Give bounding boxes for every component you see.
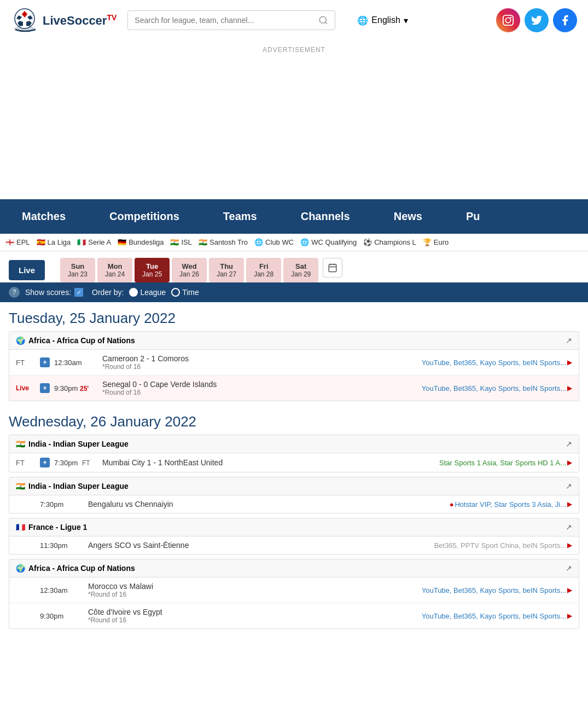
nav-matches[interactable]: Matches bbox=[0, 199, 88, 234]
league-euro[interactable]: 🏆Euro bbox=[423, 238, 449, 246]
nav-channels[interactable]: Channels bbox=[279, 199, 372, 234]
facebook-button[interactable] bbox=[553, 8, 577, 32]
channel-list[interactable]: Bet365, PPTV Sport China, beIN Sports... bbox=[434, 541, 566, 550]
instagram-button[interactable] bbox=[496, 8, 520, 32]
plus-icon[interactable]: + bbox=[40, 383, 50, 393]
ad-label: ADVERTISEMENT bbox=[263, 46, 325, 54]
league-name-ligue1: 🇫🇷 France - Ligue 1 bbox=[16, 523, 87, 532]
india-flag-2: 🇮🇳 bbox=[16, 482, 25, 490]
channel-arrow[interactable]: ▶ bbox=[567, 500, 572, 508]
channel-arrow[interactable]: ▶ bbox=[567, 384, 572, 392]
date-tabs: Sun Jan 23 Mon Jan 24 Tue Jan 25 Wed Jan… bbox=[60, 258, 342, 282]
date-tab-sat[interactable]: Sat Jan 29 bbox=[283, 258, 318, 282]
teams-score: Côte d'Ivoire vs Egypt bbox=[88, 608, 417, 616]
league-name-afcon-tue: 🌍 Africa - Africa Cup of Nations bbox=[16, 336, 135, 345]
league-epl[interactable]: 🏴󠁧󠁢󠁥󠁮󠁧󠁿EPL bbox=[5, 238, 30, 246]
league-laliga[interactable]: 🇪🇸La Liga bbox=[37, 238, 71, 246]
show-scores-checkbox[interactable]: ✓ bbox=[74, 288, 83, 297]
show-scores-area: ? Show scores: ✓ bbox=[9, 287, 83, 298]
order-time-option[interactable]: Time bbox=[171, 288, 199, 297]
match-time: 9:30pm 25' bbox=[54, 384, 98, 392]
channel-arrow[interactable]: ▶ bbox=[567, 359, 572, 366]
channels: YouTube, Bet365, Kayo Sports, beIN Sport… bbox=[422, 612, 572, 620]
nav-competitions[interactable]: Competitions bbox=[88, 199, 201, 234]
plus-icon[interactable]: + bbox=[40, 357, 50, 367]
date-heading-wed: Wednesday, 26 January 2022 bbox=[9, 406, 579, 435]
live-button[interactable]: Live bbox=[9, 260, 45, 280]
order-time-radio[interactable] bbox=[171, 288, 180, 297]
league-wcq[interactable]: 🌐WC Qualifying bbox=[300, 238, 357, 246]
external-link-afcon-wed[interactable]: ↗ bbox=[566, 564, 572, 573]
match-teams: Mumbai City 1 - 1 NorthEast United bbox=[102, 458, 435, 467]
league-bundesliga[interactable]: 🇩🇪Bundesliga bbox=[118, 238, 164, 246]
logo-text: LiveSoccerTV bbox=[43, 13, 117, 28]
round-info: *Round of 16 bbox=[102, 389, 417, 396]
league-clubwc[interactable]: 🌐Club WC bbox=[254, 238, 294, 246]
channel-arrow[interactable]: ▶ bbox=[567, 541, 572, 549]
match-teams: Senegal 0 - 0 Cape Verde Islands *Round … bbox=[102, 380, 417, 396]
svg-point-6 bbox=[510, 17, 512, 19]
plus-icon[interactable]: + bbox=[40, 458, 50, 467]
teams-score: Cameroon 2 - 1 Comoros bbox=[102, 354, 417, 363]
league-isl[interactable]: 🇮🇳ISL bbox=[170, 238, 192, 246]
channel-list[interactable]: Hotstar VIP, Star Sports 3 Asia, Ji... bbox=[455, 500, 566, 509]
nav-news[interactable]: News bbox=[372, 199, 444, 234]
svg-point-2 bbox=[320, 16, 327, 23]
channel-arrow[interactable]: ▶ bbox=[567, 612, 572, 620]
league-champions[interactable]: ⚽Champions L bbox=[363, 238, 416, 246]
channels: Star Sports 1 Asia, Star Sports HD 1 A..… bbox=[439, 459, 572, 467]
channel-arrow[interactable]: ▶ bbox=[567, 586, 572, 594]
match-time: 7:30pm FT bbox=[54, 459, 98, 467]
league-seriea[interactable]: 🇮🇹Serie A bbox=[77, 238, 111, 246]
date-tab-tue[interactable]: Tue Jan 25 bbox=[135, 258, 170, 282]
match-row: FT + 7:30pm FT Mumbai City 1 - 1 NorthEa… bbox=[9, 453, 579, 472]
logo-tv: TV bbox=[107, 13, 117, 22]
league-name-isl2: 🇮🇳 India - Indian Super League bbox=[16, 482, 129, 490]
order-by-label: Order by: bbox=[92, 288, 124, 297]
channel-list[interactable]: Star Sports 1 Asia, Star Sports HD 1 A..… bbox=[439, 459, 566, 467]
channel-arrow[interactable]: ▶ bbox=[567, 459, 572, 466]
nav-pu[interactable]: Pu bbox=[444, 199, 502, 234]
search-input[interactable] bbox=[135, 16, 318, 25]
date-tab-thu[interactable]: Thu Jan 27 bbox=[209, 258, 244, 282]
channel-list[interactable]: YouTube, Bet365, Kayo Sports, beIN Sport… bbox=[422, 586, 566, 594]
language-selector[interactable]: 🌐 English ▾ bbox=[357, 15, 407, 26]
external-link-isl2[interactable]: ↗ bbox=[566, 482, 572, 490]
external-link-isl1[interactable]: ↗ bbox=[566, 440, 572, 448]
date-tab-wed[interactable]: Wed Jan 26 bbox=[172, 258, 207, 282]
external-link-afcon-tue[interactable]: ↗ bbox=[566, 336, 572, 345]
match-status: FT bbox=[16, 459, 36, 467]
match-status-live: Live bbox=[16, 384, 36, 392]
round-info: *Round of 16 bbox=[88, 591, 417, 598]
channel-list[interactable]: YouTube, Bet365, Kayo Sports, beIN Sport… bbox=[422, 384, 566, 392]
svg-line-3 bbox=[325, 22, 327, 24]
date-tab-fri[interactable]: Fri Jan 28 bbox=[246, 258, 281, 282]
order-league-option[interactable]: League bbox=[129, 288, 166, 297]
match-time: 12:30am bbox=[40, 586, 84, 594]
nav-teams[interactable]: Teams bbox=[201, 199, 279, 234]
round-info: *Round of 16 bbox=[102, 363, 417, 371]
channel-list[interactable]: YouTube, Bet365, Kayo Sports, beIN Sport… bbox=[422, 359, 566, 367]
league-group-afcon-tue: 🌍 Africa - Africa Cup of Nations ↗ FT + … bbox=[9, 331, 579, 401]
calendar-button[interactable] bbox=[323, 258, 342, 278]
league-santosh[interactable]: 🇮🇳Santosh Tro bbox=[199, 238, 248, 246]
external-link-ligue1[interactable]: ↗ bbox=[566, 523, 572, 532]
order-league-radio[interactable] bbox=[129, 288, 138, 297]
match-row: 7:30pm Bengaluru vs Chennaiyin ● Hotstar… bbox=[9, 495, 579, 513]
teams-score: Angers SCO vs Saint-Étienne bbox=[88, 541, 430, 550]
date-tab-sun[interactable]: Sun Jan 23 bbox=[60, 258, 95, 282]
logo[interactable]: LiveSoccerTV bbox=[11, 7, 117, 34]
svg-point-5 bbox=[505, 18, 510, 22]
svg-rect-4 bbox=[503, 15, 513, 25]
main-nav: Matches Competitions Teams Channels News… bbox=[0, 199, 588, 234]
date-tab-mon[interactable]: Mon Jan 24 bbox=[97, 258, 132, 282]
globe-icon: 🌐 bbox=[357, 15, 368, 26]
help-icon[interactable]: ? bbox=[9, 287, 20, 298]
twitter-button[interactable] bbox=[525, 8, 549, 32]
search-bar[interactable] bbox=[127, 10, 335, 30]
calendar-icon bbox=[328, 263, 337, 273]
channel-list[interactable]: YouTube, Bet365, Kayo Sports, beIN Sport… bbox=[422, 612, 566, 620]
league-group-isl1: 🇮🇳 India - Indian Super League ↗ FT + 7:… bbox=[9, 435, 579, 472]
show-scores-label: Show scores: bbox=[25, 288, 71, 297]
logo-live: Live bbox=[43, 13, 67, 27]
